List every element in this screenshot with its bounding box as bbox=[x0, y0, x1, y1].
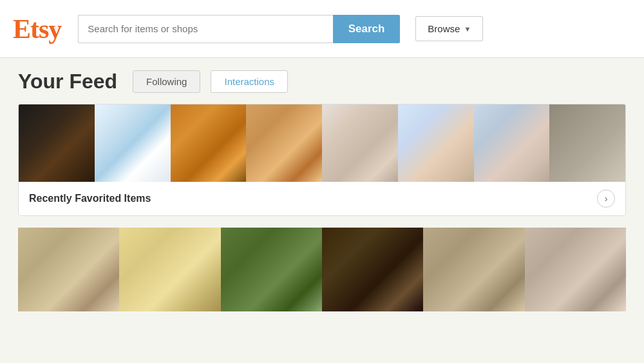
browse-label: Browse bbox=[428, 23, 460, 34]
fav-image-knife bbox=[19, 104, 95, 182]
fav-image-bread bbox=[246, 104, 322, 182]
fav-image-dolls2 bbox=[474, 104, 550, 182]
favorites-images bbox=[19, 104, 625, 182]
tab-following[interactable]: Following bbox=[133, 70, 200, 93]
fav-image-faces bbox=[322, 104, 398, 182]
grid-image-table bbox=[18, 228, 119, 311]
favorites-label: Recently Favorited Items bbox=[29, 193, 151, 204]
fav-image-sledding bbox=[95, 104, 171, 182]
favorites-row[interactable]: Recently Favorited Items › bbox=[19, 182, 625, 215]
feed-section: Your Feed Following Interactions Recentl… bbox=[0, 58, 644, 311]
grid-image-owl bbox=[322, 228, 423, 311]
fav-image-sofa bbox=[549, 104, 625, 182]
search-form: Search bbox=[78, 15, 400, 43]
grid-image-bike bbox=[423, 228, 524, 311]
feed-header: Your Feed Following Interactions bbox=[18, 70, 626, 93]
favorites-arrow-button[interactable]: › bbox=[597, 190, 615, 208]
etsy-logo: Etsy bbox=[13, 14, 61, 44]
tab-interactions[interactable]: Interactions bbox=[211, 70, 288, 93]
grid-image-bonsai bbox=[221, 228, 322, 311]
fav-image-illustration bbox=[398, 104, 474, 182]
chevron-down-icon: ▼ bbox=[464, 25, 471, 33]
header: Etsy Search Browse ▼ bbox=[0, 0, 644, 58]
fav-image-dolls bbox=[171, 104, 247, 182]
favorites-card: Recently Favorited Items › bbox=[18, 104, 626, 216]
grid-image-cheese bbox=[119, 228, 220, 311]
page-title: Your Feed bbox=[18, 70, 117, 93]
grid-image-hand bbox=[525, 228, 626, 311]
chevron-right-icon: › bbox=[605, 193, 608, 204]
main-content: Your Feed Following Interactions Recentl… bbox=[0, 58, 644, 311]
search-button[interactable]: Search bbox=[333, 15, 401, 43]
bottom-image-grid bbox=[18, 228, 626, 311]
search-input[interactable] bbox=[78, 15, 332, 43]
browse-button[interactable]: Browse ▼ bbox=[415, 16, 483, 41]
